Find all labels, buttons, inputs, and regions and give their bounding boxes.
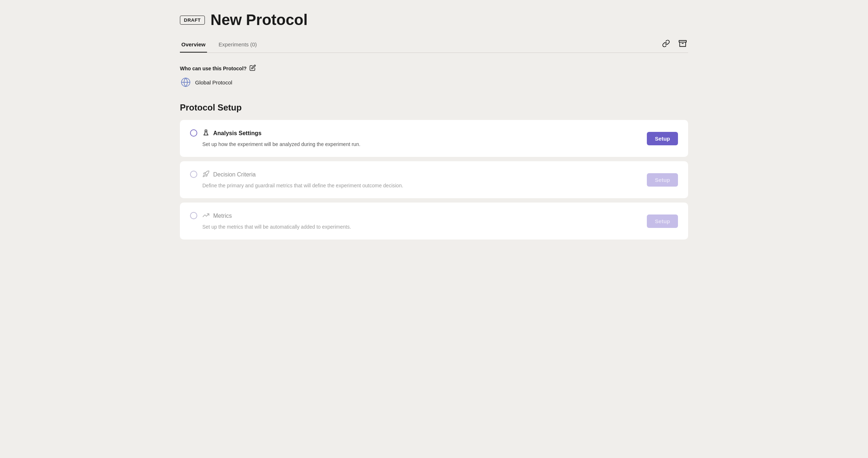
tabs-container: Overview Experiments (0) (180, 37, 688, 53)
tab-overview[interactable]: Overview (180, 37, 207, 53)
global-protocol-label: Global Protocol (195, 79, 232, 86)
rocket-icon (202, 170, 210, 179)
svg-rect-0 (679, 40, 686, 42)
who-label: Who can use this Protocol? (180, 64, 688, 72)
analysis-description: Set up how the experiment will be analyz… (202, 141, 641, 148)
edit-icon[interactable] (249, 64, 256, 72)
who-label-text: Who can use this Protocol? (180, 66, 247, 71)
protocol-setup-section: Protocol Setup Analy (180, 103, 688, 240)
tab-experiments[interactable]: Experiments (0) (217, 37, 258, 53)
draft-badge: DRAFT (180, 16, 205, 25)
metrics-card: Metrics Set up the metrics that will be … (180, 203, 688, 240)
metrics-radio[interactable] (190, 212, 197, 219)
metrics-setup-button[interactable]: Setup (647, 215, 678, 228)
page-title: New Protocol (211, 12, 308, 28)
metrics-title: Metrics (213, 213, 232, 219)
analysis-radio[interactable] (190, 129, 197, 137)
tabs: Overview Experiments (0) (180, 37, 269, 53)
globe-icon (180, 76, 191, 88)
link-button[interactable] (661, 38, 671, 49)
global-protocol: Global Protocol (180, 76, 688, 88)
decision-title: Decision Criteria (213, 171, 256, 178)
page-header: DRAFT New Protocol (180, 12, 688, 28)
who-section: Who can use this Protocol? Global Protoc… (180, 64, 688, 88)
flask-icon (202, 129, 210, 138)
chart-icon (202, 212, 210, 220)
decision-criteria-card: Decision Criteria Define the primary and… (180, 161, 688, 198)
link-icon (662, 39, 670, 47)
decision-description: Define the primary and guardrail metrics… (202, 182, 641, 190)
analysis-settings-card: Analysis Settings Set up how the experim… (180, 120, 688, 157)
protocol-setup-title: Protocol Setup (180, 103, 688, 113)
metrics-description: Set up the metrics that will be automati… (202, 223, 641, 231)
decision-setup-button[interactable]: Setup (647, 173, 678, 187)
archive-button[interactable] (677, 38, 688, 49)
setup-cards: Analysis Settings Set up how the experim… (180, 120, 688, 240)
analysis-title: Analysis Settings (213, 130, 261, 137)
decision-radio[interactable] (190, 171, 197, 178)
analysis-setup-button[interactable]: Setup (647, 132, 678, 145)
tab-actions (661, 38, 688, 52)
archive-icon (679, 39, 687, 47)
